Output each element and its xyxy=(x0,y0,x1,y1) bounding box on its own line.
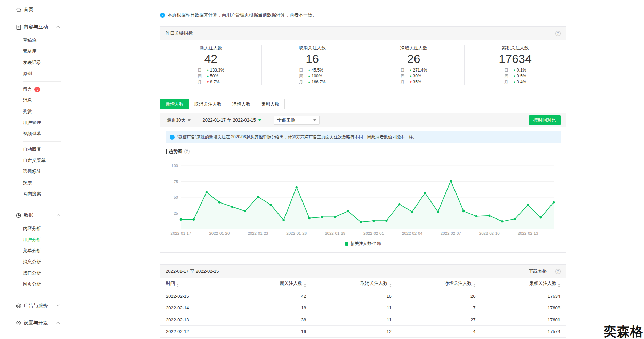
sort-up-icon xyxy=(473,284,475,285)
sidebar-item-messages[interactable]: 消息 xyxy=(0,95,82,106)
arrow-up-icon: ▲ xyxy=(308,67,311,73)
sidebar-item-home[interactable]: 首页 xyxy=(0,2,82,17)
metrics-body: 新关注人数42日▲133.3%周▲50%月▼8.7%取消关注人数16日▲45.5… xyxy=(160,40,566,91)
chart-section-title: 趋势图 ? xyxy=(166,148,566,155)
sort-icon xyxy=(473,284,475,287)
sidebar-item-drafts[interactable]: 草稿箱 xyxy=(0,35,82,46)
arrow-up-icon: ▲ xyxy=(409,67,412,73)
sidebar-item-menu-analysis[interactable]: 菜单分析 xyxy=(0,245,82,256)
trend-period-label: 月 xyxy=(401,79,409,85)
info-banner: i “微信广告”来源的新增关注在 2020/06起从其他中拆分给出，计算方式与广… xyxy=(166,131,561,143)
column-header-sort[interactable]: 取消关注人数 xyxy=(306,278,392,290)
sidebar-item-message-analysis[interactable]: 消息分析 xyxy=(0,256,82,267)
trend-row: 周▲0.5% xyxy=(504,73,526,79)
cell-date: 2022-02-14 xyxy=(160,302,222,314)
sidebar-item-comments[interactable]: 留言3 xyxy=(0,84,82,95)
sidebar-item-web-analysis[interactable]: 网页分析 xyxy=(0,279,82,290)
sidebar-item-label: 用户分析 xyxy=(23,237,41,243)
help-icon[interactable]: ? xyxy=(184,149,190,154)
cell-value: 10 xyxy=(306,337,392,339)
tab-net[interactable]: 净增人数 xyxy=(227,99,256,109)
sidebar-item-content-interaction[interactable]: 内容与互动 xyxy=(0,19,82,35)
trend-period-label: 月 xyxy=(299,79,308,85)
sidebar-item-topic-tags[interactable]: 话题标签 xyxy=(0,166,82,177)
arrow-up-icon: ▲ xyxy=(308,73,311,79)
sort-icon xyxy=(389,284,392,287)
sidebar-item-user-analysis[interactable]: 用户分析 xyxy=(0,234,82,245)
sidebar-item-publish-records[interactable]: 发表记录 xyxy=(0,57,82,68)
sidebar-item-in-account-search[interactable]: 号内搜索 xyxy=(0,188,82,199)
table-row: 2022-02-121612417574 xyxy=(160,325,566,337)
metric-value: 16 xyxy=(262,52,363,65)
column-header-sort[interactable]: 新关注人数 xyxy=(222,278,306,290)
arrow-up-icon: ▲ xyxy=(206,73,209,79)
sidebar-item-custom-menu[interactable]: 自定义菜单 xyxy=(0,155,82,166)
metric-column-1: 新关注人数42日▲133.3%周▲50%月▼8.7% xyxy=(160,45,262,85)
divider xyxy=(551,269,551,274)
sidebar-item-auto-reply[interactable]: 自动回复 xyxy=(0,144,82,155)
table-header-actions: 下载表格 ? xyxy=(529,268,561,274)
table-card-header: 2022-01-17 至 2022-02-15 下载表格 ? xyxy=(160,265,566,278)
cell-value: 26 xyxy=(392,290,476,302)
sidebar-item-data[interactable]: 数据 xyxy=(0,208,82,223)
arrow-up-icon: ▲ xyxy=(513,67,516,73)
download-table-button[interactable]: 下载表格 xyxy=(529,268,547,274)
help-icon[interactable]: ? xyxy=(555,269,561,274)
table-row: 2022-02-111210217570 xyxy=(160,337,566,339)
trend-percent: 0.5% xyxy=(517,73,526,79)
sidebar-item-content-analysis[interactable]: 内容分析 xyxy=(0,223,82,234)
trend-period-label: 日 xyxy=(198,67,206,73)
sidebar-item-ads-services[interactable]: 广告与服务 xyxy=(0,298,82,313)
date-range-dropdown[interactable]: 2022-01-17 至 2022-02-15 xyxy=(201,117,262,123)
metric-value: 26 xyxy=(363,52,465,65)
chevron-down-icon xyxy=(258,119,261,121)
legend-swatch-icon xyxy=(345,242,348,246)
trend-row: 日▲271.4% xyxy=(401,67,427,73)
chart-card: 最近30天 2022-01-17 至 2022-02-15 全部来源 按时间对比… xyxy=(160,113,566,253)
main-content: i 本页根据昨日数据来计算，而用户管理页根据当前数据计算，两者不一致。 昨日关键… xyxy=(160,0,566,339)
trend-percent: 271.4% xyxy=(413,67,427,73)
sidebar-item-video-danmaku[interactable]: 视频弹幕 xyxy=(0,128,82,139)
info-banner-text: “微信广告”来源的新增关注在 2020/06起从其他中拆分给出，计算方式与广告主… xyxy=(177,134,417,140)
cell-value: 11 xyxy=(306,302,392,314)
chevron-down-icon xyxy=(313,119,316,121)
sidebar-item-original[interactable]: 原创 xyxy=(0,68,82,79)
column-header-sort[interactable]: 累积关注人数 xyxy=(475,278,566,290)
tab-unfollow[interactable]: 取消关注人数 xyxy=(189,99,227,109)
sort-down-icon xyxy=(558,286,560,287)
table-card: 2022-01-17 至 2022-02-15 下载表格 ? 时间新关注人数取消… xyxy=(160,264,566,339)
trend-percent: 30% xyxy=(413,73,421,79)
sort-down-icon xyxy=(389,286,392,287)
sidebar-item-interface-analysis[interactable]: 接口分析 xyxy=(0,267,82,279)
sidebar-item-label: 素材库 xyxy=(23,48,37,55)
cell-value: 2 xyxy=(392,337,476,339)
metric-label: 净增关注人数 xyxy=(363,45,465,51)
sort-up-icon xyxy=(558,284,560,285)
svg-text:2022-01-26: 2022-01-26 xyxy=(286,231,307,235)
compare-by-time-button[interactable]: 按时间对比 xyxy=(529,115,561,125)
arrow-up-icon: ▲ xyxy=(409,73,412,79)
trend-row: 月▲3.4% xyxy=(504,79,526,85)
column-header-sort[interactable]: 净增关注人数 xyxy=(392,278,476,290)
sort-up-icon xyxy=(304,284,306,285)
sidebar-item-label: 留言 xyxy=(23,86,32,92)
table-row: 2022-02-141811717608 xyxy=(160,302,566,314)
column-header-sort[interactable]: 时间 xyxy=(160,278,222,290)
svg-text:25: 25 xyxy=(174,211,178,215)
sidebar-item-user-management[interactable]: 用户管理 xyxy=(0,117,82,128)
metric-value: 42 xyxy=(160,52,261,65)
sidebar-item-material-library[interactable]: 素材库 xyxy=(0,46,82,57)
cell-value: 16 xyxy=(222,325,306,337)
tab-total[interactable]: 累积人数 xyxy=(256,99,285,109)
help-icon[interactable]: ? xyxy=(555,31,561,36)
trend-percent: 0.1% xyxy=(517,67,526,73)
date-preset-dropdown[interactable]: 最近30天 xyxy=(166,117,192,123)
source-select[interactable]: 全部来源 xyxy=(274,116,320,125)
sidebar-item-label: 自动回复 xyxy=(23,146,41,152)
sidebar-item-voting[interactable]: 投票 xyxy=(0,177,82,188)
tab-new[interactable]: 新增人数 xyxy=(160,99,189,109)
column-header-label: 时间 xyxy=(166,281,175,286)
sidebar-item-settings-dev[interactable]: 设置与开发 xyxy=(0,315,82,331)
sidebar-item-appreciation[interactable]: 赞赏 xyxy=(0,106,82,117)
metrics-card: 昨日关键指标 ? 新关注人数42日▲133.3%周▲50%月▼8.7%取消关注人… xyxy=(160,26,566,91)
